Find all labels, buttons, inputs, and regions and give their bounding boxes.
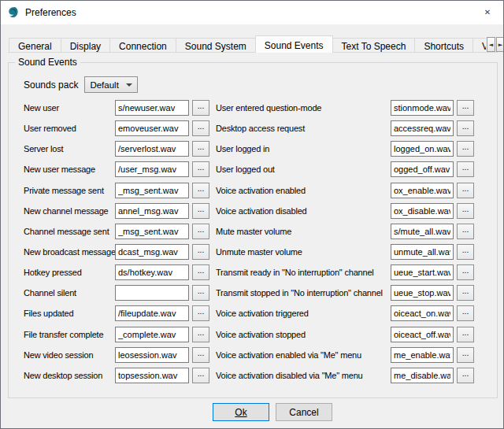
sound-file-input[interactable] (391, 305, 454, 321)
sound-event-label: New user (24, 103, 115, 113)
tab-scroll-right-icon[interactable]: ► (496, 37, 504, 52)
browse-button[interactable]: ... (457, 183, 474, 198)
sound-file-input[interactable] (115, 264, 189, 280)
browse-button[interactable]: ... (192, 285, 209, 301)
sound-file-input[interactable] (115, 100, 189, 116)
browse-button[interactable]: ... (192, 120, 209, 136)
browse-button[interactable]: ... (457, 244, 474, 260)
sounds-pack-select[interactable]: Default (84, 76, 138, 93)
sound-file-input[interactable] (115, 327, 189, 342)
browse-button[interactable]: ... (457, 368, 474, 383)
sound-file-input[interactable] (391, 161, 454, 177)
browse-button[interactable]: ... (192, 141, 209, 157)
sound-file-input[interactable] (115, 183, 189, 198)
sound-event-label: New desktop session (24, 371, 115, 380)
browse-button[interactable]: ... (457, 120, 474, 136)
sound-file-input[interactable] (115, 120, 189, 136)
browse-button[interactable]: ... (192, 183, 209, 198)
browse-button[interactable]: ... (457, 305, 474, 321)
sound-event-label: Server lost (24, 144, 115, 153)
browse-button[interactable]: ... (457, 327, 474, 342)
sound-file-input[interactable] (391, 120, 454, 136)
tab-scroll-buttons: ◄ ► (486, 37, 504, 52)
sound-file-input[interactable] (115, 224, 189, 239)
browse-button[interactable]: ... (192, 100, 209, 116)
sound-event-label: New broadcast message (24, 247, 115, 257)
sound-event-row: User removed ... (24, 118, 216, 139)
browse-button[interactable]: ... (192, 224, 209, 239)
sound-file-input[interactable] (391, 264, 454, 280)
browse-button[interactable]: ... (457, 203, 474, 219)
titlebar: Preferences ✕ (1, 1, 503, 24)
ok-button[interactable]: Ok (213, 403, 269, 421)
sound-event-row: Voice activation enabled via "Me" menu .… (216, 345, 474, 365)
sound-event-label: User removed (24, 124, 115, 133)
sound-file-input[interactable] (391, 224, 454, 239)
tab-display[interactable]: Display (61, 38, 110, 53)
browse-button[interactable]: ... (457, 100, 474, 116)
sound-event-row: New video session ... (24, 345, 216, 365)
sound-event-row: New user message ... (24, 159, 216, 179)
tab-text-to-speech[interactable]: Text To Speech (332, 38, 416, 53)
sound-event-label: User logged in (216, 144, 391, 153)
close-icon[interactable]: ✕ (472, 1, 503, 24)
browse-button[interactable]: ... (457, 224, 474, 239)
sound-event-row: File transfer complete ... (24, 324, 216, 345)
sound-event-row: New channel message ... (24, 201, 216, 221)
sound-file-input[interactable] (115, 347, 189, 363)
browse-button[interactable]: ... (192, 368, 209, 383)
tab-scroll-left-icon[interactable]: ◄ (487, 37, 495, 52)
sound-file-input[interactable] (391, 100, 454, 116)
tab-video[interactable]: Video (472, 38, 486, 53)
sound-file-input[interactable] (115, 244, 189, 260)
sound-file-input[interactable] (391, 368, 454, 383)
sound-file-input[interactable] (391, 347, 454, 363)
browse-button[interactable]: ... (457, 285, 474, 301)
sound-file-input[interactable] (391, 285, 454, 301)
sound-events-left-column: New user ... User removed ... Server los… (24, 98, 216, 386)
sound-file-input[interactable] (391, 327, 454, 342)
sound-file-input[interactable] (115, 141, 189, 157)
browse-button[interactable]: ... (192, 161, 209, 177)
tab-sound-events[interactable]: Sound Events (255, 35, 333, 53)
browse-button[interactable]: ... (192, 244, 209, 260)
sound-event-label: Channel message sent (24, 227, 115, 236)
browse-button[interactable]: ... (192, 203, 209, 219)
sound-event-row: User entered question-mode ... (216, 98, 474, 118)
sound-event-label: Voice activation enabled (216, 186, 391, 195)
browse-button[interactable]: ... (192, 264, 209, 280)
browse-button[interactable]: ... (192, 327, 209, 342)
cancel-button[interactable]: Cancel (276, 403, 332, 421)
sound-event-row: New broadcast message ... (24, 242, 216, 262)
sound-file-input[interactable] (391, 183, 454, 198)
tab-general[interactable]: General (9, 38, 61, 53)
sound-event-label: Voice activation disabled via "Me" menu (216, 371, 391, 380)
sound-file-input[interactable] (391, 203, 454, 219)
sound-event-label: Unmute master volume (216, 247, 391, 257)
sound-event-row: Private message sent ... (24, 180, 216, 201)
sound-event-row: Channel message sent ... (24, 221, 216, 242)
browse-button[interactable]: ... (457, 347, 474, 363)
sound-file-input[interactable] (115, 161, 189, 177)
tab-shortcuts[interactable]: Shortcuts (414, 38, 473, 53)
sound-file-input[interactable] (115, 285, 189, 301)
browse-button[interactable]: ... (192, 305, 209, 321)
browse-button[interactable]: ... (192, 347, 209, 363)
sound-file-input[interactable] (115, 203, 189, 219)
sound-event-label: User logged out (216, 165, 391, 174)
sound-event-row: Hotkey pressed ... (24, 262, 216, 283)
sound-file-input[interactable] (391, 244, 454, 260)
sound-file-input[interactable] (391, 141, 454, 157)
browse-button[interactable]: ... (457, 264, 474, 280)
sound-event-row: User logged in ... (216, 139, 474, 159)
tab-sound-system[interactable]: Sound System (176, 38, 256, 53)
sound-event-label: User entered question-mode (216, 103, 391, 113)
sound-file-input[interactable] (115, 368, 189, 383)
sound-event-label: New channel message (24, 206, 115, 216)
sound-event-row: Voice activation enabled ... (216, 180, 474, 201)
sound-event-row: Mute master volume ... (216, 221, 474, 242)
tab-connection[interactable]: Connection (109, 38, 176, 53)
sound-file-input[interactable] (115, 305, 189, 321)
browse-button[interactable]: ... (457, 161, 474, 177)
browse-button[interactable]: ... (457, 141, 474, 157)
